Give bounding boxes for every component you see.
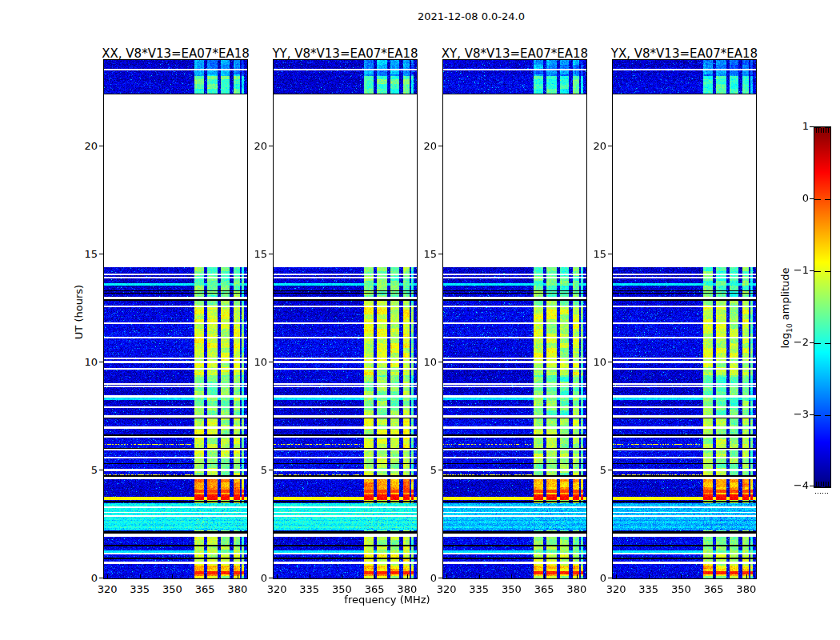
heatmap-YX — [613, 60, 756, 578]
y-tick-label: 5 — [405, 464, 437, 477]
panel-YX — [612, 59, 757, 579]
colorbar-minor-dot — [827, 493, 828, 494]
y-tick-mark — [438, 146, 442, 146]
y-tick-label: 10 — [574, 356, 606, 369]
panel-XX — [103, 59, 248, 579]
y-tick-mark — [269, 362, 273, 362]
panel-XY — [442, 59, 587, 579]
y-tick-label: 20 — [235, 140, 267, 153]
y-tick-mark — [608, 470, 612, 470]
y-axis-label: UT (hours) — [73, 256, 86, 368]
colorbar-tick-label: −3 — [777, 408, 809, 421]
colorbar-tick-mark — [810, 126, 814, 127]
colorbar-label-sub: 10 — [786, 323, 794, 332]
y-tick-mark — [438, 362, 442, 362]
y-tick-mark — [99, 362, 103, 362]
x-tick-label: 350 — [495, 583, 527, 596]
colorbar — [814, 126, 831, 488]
y-tick-mark — [438, 578, 442, 578]
colorbar-tick-mark — [810, 414, 814, 415]
x-tick-label: 365 — [189, 583, 221, 596]
heatmap-XY — [443, 60, 586, 578]
y-tick-label: 10 — [405, 356, 437, 369]
y-tick-label: 20 — [405, 140, 437, 153]
colorbar-minor-dot — [822, 493, 823, 494]
colorbar-tick-label: 0 — [777, 192, 809, 205]
y-tick-mark — [269, 146, 273, 146]
x-tick-label: 320 — [261, 583, 293, 596]
y-tick-mark — [608, 254, 612, 254]
y-tick-mark — [438, 254, 442, 254]
colorbar-minor-dot — [820, 493, 821, 494]
y-tick-label: 15 — [574, 248, 606, 261]
y-tick-label: 5 — [66, 464, 98, 477]
x-tick-label: 320 — [600, 583, 632, 596]
y-tick-label: 5 — [235, 464, 267, 477]
x-tick-label: 380 — [561, 583, 593, 596]
y-tick-label: 20 — [66, 140, 98, 153]
x-tick-label: 320 — [91, 583, 123, 596]
colorbar-canvas — [814, 127, 830, 487]
colorbar-minor-dot — [825, 493, 826, 494]
y-tick-mark — [99, 254, 103, 254]
y-tick-label: 20 — [574, 140, 606, 153]
y-tick-mark — [269, 254, 273, 254]
x-axis-label: frequency (MHz) — [307, 594, 467, 606]
y-tick-mark — [608, 578, 612, 578]
spectrogram-figure: 2021-12-08 0.0-24.0 XX, V8*V13=EA07*EA18… — [0, 0, 840, 640]
x-tick-label: 380 — [222, 583, 254, 596]
y-tick-mark — [608, 146, 612, 146]
y-tick-label: 15 — [405, 248, 437, 261]
x-tick-label: 350 — [156, 583, 188, 596]
colorbar-minor-dot — [815, 493, 816, 494]
colorbar-tick-mark — [810, 270, 814, 271]
figure-title: 2021-12-08 0.0-24.0 — [311, 10, 631, 22]
x-tick-label: 365 — [698, 583, 730, 596]
heatmap-XX — [104, 60, 247, 578]
x-tick-label: 335 — [463, 583, 495, 596]
colorbar-tick-label: −2 — [777, 336, 809, 349]
y-tick-mark — [99, 470, 103, 470]
y-tick-label: 15 — [235, 248, 267, 261]
y-tick-mark — [608, 362, 612, 362]
x-tick-label: 350 — [665, 583, 697, 596]
colorbar-minor-dot — [818, 493, 818, 494]
y-tick-mark — [438, 470, 442, 470]
colorbar-tick-mark — [810, 342, 814, 343]
y-tick-label: 5 — [574, 464, 606, 477]
x-tick-label: 335 — [633, 583, 665, 596]
y-tick-mark — [269, 578, 273, 578]
colorbar-tick-mark — [810, 198, 814, 199]
colorbar-tick-label: −4 — [777, 479, 809, 492]
colorbar-tick-label: −1 — [777, 264, 809, 277]
colorbar-tick-label: 1 — [777, 120, 809, 133]
y-tick-mark — [99, 578, 103, 578]
x-tick-label: 335 — [124, 583, 156, 596]
heatmap-YY — [274, 60, 417, 578]
y-tick-label: 10 — [235, 356, 267, 369]
colorbar-tick-mark — [810, 486, 814, 486]
x-tick-label: 365 — [528, 583, 560, 596]
y-tick-mark — [99, 146, 103, 146]
panel-YY — [273, 59, 418, 579]
x-tick-label: 380 — [730, 583, 762, 596]
y-tick-mark — [269, 470, 273, 470]
